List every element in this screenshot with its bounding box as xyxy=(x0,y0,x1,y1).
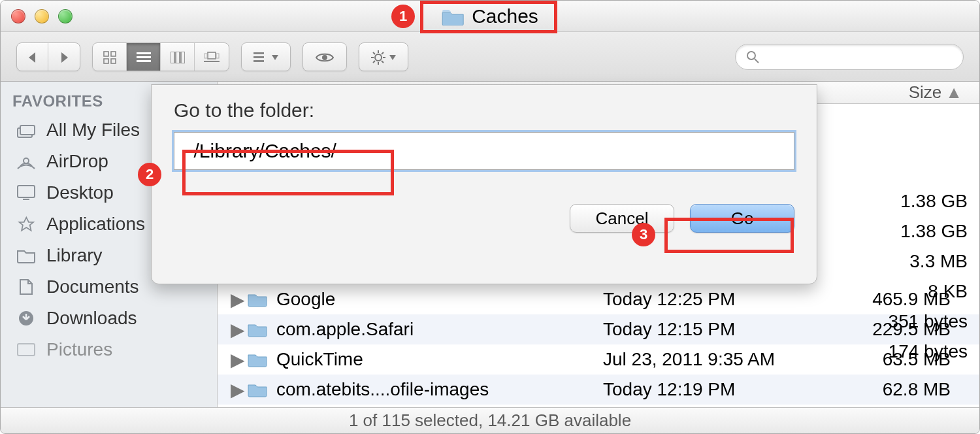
sidebar-item-label: Desktop xyxy=(46,182,114,203)
go-to-folder-dialog: Go to the folder: Cancel Go xyxy=(151,84,817,284)
file-date: Today 12:15 PM xyxy=(603,319,851,340)
size-value: 3.3 MB xyxy=(909,246,968,276)
disclosure-triangle-icon[interactable]: ▶ xyxy=(231,319,241,341)
folder-path-input[interactable] xyxy=(174,132,794,170)
svg-rect-3 xyxy=(111,59,116,63)
search-input[interactable] xyxy=(766,49,953,64)
svg-point-18 xyxy=(375,54,382,61)
file-date: Today 12:19 PM xyxy=(603,379,851,400)
sidebar-item-label: AirDrop xyxy=(46,151,108,172)
column-view-button[interactable] xyxy=(161,43,195,71)
svg-rect-13 xyxy=(204,61,220,62)
svg-rect-7 xyxy=(171,52,174,63)
pictures-icon xyxy=(15,340,37,359)
search-icon xyxy=(746,50,759,63)
file-name: com.atebits....ofile-images xyxy=(276,379,603,400)
cancel-button[interactable]: Cancel xyxy=(570,204,674,233)
svg-rect-4 xyxy=(137,52,151,54)
size-value: 1.38 GB xyxy=(900,186,968,216)
folder-icon xyxy=(248,322,267,337)
svg-point-27 xyxy=(747,52,755,59)
svg-rect-15 xyxy=(253,56,264,58)
arrange-button[interactable] xyxy=(242,43,290,71)
svg-rect-30 xyxy=(20,125,35,135)
dialog-label: Go to the folder: xyxy=(174,99,794,122)
table-row[interactable]: ▶ com.atebits....ofile-images Today 12:1… xyxy=(218,375,979,405)
forward-button[interactable] xyxy=(48,43,80,71)
action-menu[interactable] xyxy=(359,42,408,71)
minimize-window-button[interactable] xyxy=(35,9,49,24)
coverflow-view-button[interactable] xyxy=(195,43,229,71)
search-field[interactable] xyxy=(735,44,964,70)
action-button[interactable] xyxy=(359,43,408,71)
size-column-upper: 1.38 GB 1.38 GB 3.3 MB 8 KB 351 bytes 17… xyxy=(830,186,968,367)
svg-rect-5 xyxy=(137,56,151,58)
annotation-badge-1: 1 xyxy=(391,5,415,28)
size-value: 351 bytes xyxy=(889,307,968,337)
file-date: Jul 23, 2011 9:35 AM xyxy=(603,349,851,370)
svg-rect-35 xyxy=(18,344,35,356)
sidebar-item-label: Documents xyxy=(46,276,139,297)
finder-window: Caches xyxy=(0,0,980,434)
svg-rect-8 xyxy=(176,52,180,63)
svg-rect-12 xyxy=(216,54,219,58)
size-value: 8 KB xyxy=(928,276,968,307)
file-size: 62.8 MB xyxy=(851,379,966,400)
disclosure-triangle-icon[interactable]: ▶ xyxy=(231,349,241,371)
svg-rect-1 xyxy=(111,52,116,56)
toolbar xyxy=(1,32,979,82)
svg-rect-6 xyxy=(137,60,151,62)
list-view-button[interactable] xyxy=(127,43,161,71)
svg-rect-11 xyxy=(204,54,207,58)
disclosure-triangle-icon[interactable]: ▶ xyxy=(231,379,241,401)
airdrop-icon xyxy=(15,152,37,171)
statusbar: 1 of 115 selected, 14.21 GB available xyxy=(1,407,979,433)
sidebar-item-label: Pictures xyxy=(46,339,112,360)
go-button[interactable]: Go xyxy=(690,204,794,233)
sidebar-item-pictures[interactable]: Pictures xyxy=(1,334,217,365)
folder-icon xyxy=(248,382,267,397)
zoom-window-button[interactable] xyxy=(58,9,73,24)
icon-view-button[interactable] xyxy=(93,43,127,71)
sidebar-item-label: All My Files xyxy=(46,120,140,141)
disclosure-triangle-icon[interactable]: ▶ xyxy=(231,289,241,310)
svg-line-25 xyxy=(382,52,384,54)
titlebar: Caches xyxy=(1,1,979,32)
size-value: 1.38 GB xyxy=(900,216,968,246)
applications-icon xyxy=(15,214,37,234)
window-title: Caches xyxy=(442,5,538,27)
folder-icon xyxy=(248,292,267,307)
svg-rect-2 xyxy=(104,59,108,63)
sidebar-item-label: Downloads xyxy=(46,308,137,329)
svg-point-17 xyxy=(322,55,327,60)
sidebar-item-label: Applications xyxy=(46,214,145,235)
window-title-text: Caches xyxy=(472,5,538,27)
file-name: Google xyxy=(276,289,603,310)
arrange-dropdown[interactable] xyxy=(241,42,291,71)
documents-icon xyxy=(15,277,37,297)
svg-point-31 xyxy=(24,158,29,163)
size-value: 174 bytes xyxy=(889,337,968,367)
svg-line-23 xyxy=(373,52,375,54)
column-header-size[interactable]: Size xyxy=(909,82,942,103)
quicklook-button[interactable] xyxy=(303,43,346,71)
sidebar-item-downloads[interactable]: Downloads xyxy=(1,303,217,334)
annotation-badge-3: 3 xyxy=(632,223,655,246)
file-name: com.apple.Safari xyxy=(276,319,603,340)
svg-line-24 xyxy=(382,61,384,63)
folder-icon xyxy=(248,352,267,367)
view-mode-buttons xyxy=(92,42,229,71)
annotation-badge-2: 2 xyxy=(138,163,161,186)
folder-icon xyxy=(15,246,37,265)
svg-rect-32 xyxy=(18,186,35,197)
back-button[interactable] xyxy=(17,43,48,71)
sort-indicator-icon: ▲ xyxy=(945,82,962,103)
downloads-icon xyxy=(15,309,37,328)
svg-line-26 xyxy=(373,61,375,63)
svg-rect-14 xyxy=(253,52,264,54)
close-window-button[interactable] xyxy=(11,9,25,24)
quicklook-button-group xyxy=(302,42,347,71)
status-text: 1 of 115 selected, 14.21 GB available xyxy=(349,410,631,431)
folder-icon xyxy=(442,8,464,25)
svg-line-28 xyxy=(755,59,759,63)
